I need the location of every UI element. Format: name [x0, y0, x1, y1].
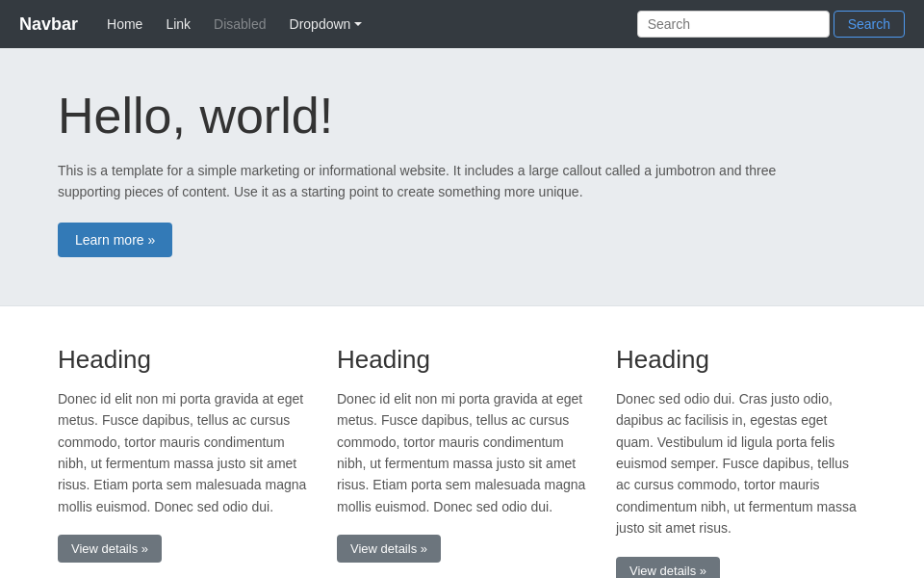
- learn-more-button[interactable]: Learn more »: [58, 223, 172, 257]
- nav-dropdown-toggle[interactable]: Dropdown: [280, 11, 372, 38]
- col2-heading: Heading: [337, 345, 587, 375]
- content-col-2: Heading Donec id elit non mi porta gravi…: [337, 345, 587, 578]
- nav-dropdown: Dropdown: [280, 11, 372, 38]
- nav-dropdown-label: Dropdown: [290, 16, 351, 32]
- dropdown-caret-icon: [354, 22, 362, 26]
- col3-body: Donec sed odio dui. Cras justo odio, dap…: [616, 388, 866, 539]
- col3-view-details-button[interactable]: View details »: [616, 557, 720, 578]
- col1-view-details-button[interactable]: View details »: [58, 535, 162, 563]
- col3-heading: Heading: [616, 345, 866, 375]
- content-col-1: Heading Donec id elit non mi porta gravi…: [58, 345, 308, 578]
- col2-view-details-button[interactable]: View details »: [337, 535, 441, 563]
- col1-heading: Heading: [58, 345, 308, 375]
- navbar-nav: Home Link Disabled Dropdown: [97, 11, 637, 38]
- content-area: Heading Donec id elit non mi porta gravi…: [0, 306, 924, 578]
- nav-link-home[interactable]: Home: [97, 11, 152, 38]
- col1-body: Donec id elit non mi porta gravida at eg…: [58, 388, 308, 517]
- jumbotron: Hello, world! This is a template for a s…: [0, 48, 924, 305]
- content-col-3: Heading Donec sed odio dui. Cras justo o…: [616, 345, 866, 578]
- search-input[interactable]: [637, 11, 830, 38]
- jumbotron-description: This is a template for a simple marketin…: [58, 160, 780, 203]
- nav-link-link[interactable]: Link: [156, 11, 200, 38]
- search-button[interactable]: Search: [834, 11, 905, 38]
- jumbotron-heading: Hello, world!: [58, 87, 866, 144]
- col2-body: Donec id elit non mi porta gravida at eg…: [337, 388, 587, 517]
- navbar: Navbar Home Link Disabled Dropdown Searc…: [0, 0, 924, 48]
- navbar-brand[interactable]: Navbar: [19, 14, 78, 35]
- navbar-search: Search: [637, 11, 905, 38]
- nav-link-disabled: Disabled: [204, 11, 275, 38]
